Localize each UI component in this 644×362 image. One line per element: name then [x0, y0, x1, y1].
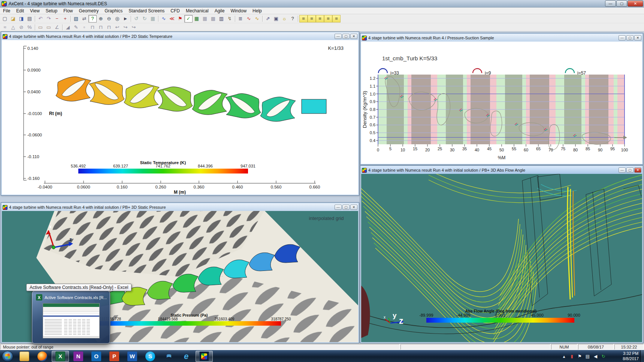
toolbar-icon-blade-yellow[interactable]: ∿: [253, 15, 261, 22]
start-button[interactable]: [2, 351, 13, 362]
toolbar-icon-mesh-green[interactable]: ▦: [193, 15, 201, 22]
menu-item-CFD[interactable]: CFD: [167, 8, 183, 14]
menu-item-File[interactable]: File: [0, 8, 13, 14]
menu-item-Geometry[interactable]: Geometry: [76, 8, 102, 14]
taskbar-icon-outlook[interactable]: O: [88, 351, 105, 362]
close-icon[interactable]: ✕: [350, 34, 357, 39]
minimize-button[interactable]: —: [335, 34, 342, 39]
restore-button[interactable]: ▢: [342, 205, 350, 210]
toolbar-icon-query-help[interactable]: ?: [88, 15, 97, 22]
toolbar-icon-pan[interactable]: ⇄: [80, 15, 88, 22]
toolbar-icon-page-curl-2[interactable]: ↪: [121, 24, 130, 31]
excel-window-thumbnail[interactable]: [43, 303, 100, 338]
toolbar-icon-check-results[interactable]: ✓: [184, 15, 193, 22]
toolbar-icon-save-file[interactable]: ◨: [17, 15, 25, 22]
toolbar-icon-separator[interactable]: [234, 15, 236, 22]
window-2d-static-temperature[interactable]: 4 stage turbine with Numeca result Run 4…: [1, 31, 359, 196]
toolbar-icon-open-file[interactable]: ◪: [9, 15, 17, 22]
close-icon[interactable]: ✕: [350, 205, 357, 210]
toolbar-icon-mesh-calc[interactable]: ▩: [209, 15, 217, 22]
toolbar-icon-angle-plot[interactable]: ∠: [53, 24, 61, 31]
toolbar-icon-probe[interactable]: ↯: [226, 15, 234, 22]
toolbar-icon-separator[interactable]: [61, 24, 64, 31]
toolbar-icon-blade-red[interactable]: ∿: [245, 15, 253, 22]
toolbar-icon-page-curl-1[interactable]: ↩: [113, 24, 121, 31]
toolbar-icon-flag-levels[interactable]: ⚑: [176, 15, 184, 22]
close-icon[interactable]: ✕: [634, 35, 641, 40]
minimize-button[interactable]: —: [619, 35, 626, 40]
child-titlebar[interactable]: 4 stage turbine with Numeca result Run 4…: [2, 203, 358, 211]
tray-[interactable]: ▴: [561, 354, 567, 359]
toolbar-icon-rotate-ccw[interactable]: ↺: [132, 15, 140, 22]
menu-item-Mechanical[interactable]: Mechanical: [183, 8, 212, 14]
toolbar-icon-prism-view[interactable]: △: [9, 24, 17, 31]
menu-item-View[interactable]: View: [27, 8, 43, 14]
toolbar-icon-tip-bulb[interactable]: ☼: [280, 15, 288, 22]
child-titlebar[interactable]: 4 stage turbine with Numeca result Run 4…: [361, 166, 642, 174]
taskbar-icon-powerpoint[interactable]: P: [106, 351, 123, 362]
menu-item-Window[interactable]: Window: [227, 8, 250, 14]
menu-item-Flow[interactable]: Flow: [60, 8, 76, 14]
toolbar-icon-zoom-out[interactable]: ⊖: [105, 15, 113, 22]
toolbar-icon-zoom-in[interactable]: ⊕: [97, 15, 105, 22]
child-titlebar[interactable]: 4 stage turbine with Numeca result Run 4…: [2, 33, 358, 40]
menu-item-Edit[interactable]: Edit: [13, 8, 27, 14]
taskbar-icon-excel[interactable]: X: [52, 351, 69, 362]
tray-[interactable]: ◀: [592, 354, 599, 359]
toolbar-icon-plot-edit[interactable]: ✎: [72, 24, 80, 31]
toolbar-icon-print[interactable]: ▤: [25, 15, 34, 22]
toolbar-icon-separator[interactable]: [157, 15, 160, 22]
tray-[interactable]: ⚑: [577, 354, 583, 359]
toolbar-icon-plot-skew[interactable]: ◢: [64, 24, 72, 31]
window-3d-abs-flow-angle[interactable]: 4 stage turbine with Numeca result Run 4…: [360, 165, 643, 343]
menu-item-Agile[interactable]: Agile: [212, 8, 228, 14]
toolbar-icon-parameter-list-4[interactable]: ≡: [324, 15, 332, 22]
excel-taskbar-preview[interactable]: X Active Software Contracts.xls [R...: [32, 291, 110, 344]
restore-button[interactable]: ▢: [626, 168, 634, 173]
taskbar-icon-network[interactable]: ))): [160, 351, 177, 362]
restore-button[interactable]: ▢: [626, 35, 634, 40]
toolbar-icon-separator[interactable]: [130, 15, 132, 22]
toolbar-icon-page-curl-3[interactable]: ↪: [130, 24, 138, 31]
tray-[interactable]: ↻: [600, 354, 607, 359]
toolbar-icon-data-table[interactable]: ▥: [217, 15, 226, 22]
maximize-button[interactable]: ▢: [616, 0, 627, 7]
taskbar-icon-explorer[interactable]: [16, 351, 33, 362]
menu-item-Graphics[interactable]: Graphics: [102, 8, 126, 14]
minimize-button[interactable]: —: [605, 0, 616, 7]
toolbar-icon-separator[interactable]: [261, 15, 264, 22]
toolbar-icon-tree-list[interactable]: ≣: [236, 15, 245, 22]
toolbar-icon-parameter-list-3[interactable]: ≡: [316, 15, 324, 22]
taskbar-icon-axcent[interactable]: [196, 351, 213, 362]
toolbar-icon-context-help[interactable]: ?: [288, 15, 297, 22]
toolbar-icon-lock-b[interactable]: ⊓: [97, 24, 105, 31]
taskbar-icon-ie[interactable]: e: [178, 351, 195, 362]
toolbar-icon-report-grid[interactable]: ▦: [149, 15, 157, 22]
toolbar-icon-parameter-list-2[interactable]: ≡: [308, 15, 316, 22]
toolbar-icon-zoom-decrement[interactable]: −: [53, 15, 61, 22]
taskbar-icon-word[interactable]: W: [124, 351, 141, 362]
toolbar-icon-lock-a[interactable]: ⊓: [88, 24, 97, 31]
minimize-button[interactable]: —: [619, 168, 626, 173]
toolbar-icon-rotate-cw[interactable]: ↻: [140, 15, 149, 22]
toolbar-icon-undo[interactable]: ↶: [36, 15, 45, 22]
close-button[interactable]: ✕: [628, 0, 643, 7]
toolbar-icon-separator[interactable]: [34, 15, 36, 22]
window-pressure-suction-sample[interactable]: 4 stage turbine with Numeca result Run 4…: [360, 33, 643, 165]
toolbar-icon-zoom-increment[interactable]: +: [61, 15, 69, 22]
toolbar-icon-separator[interactable]: [297, 15, 299, 22]
toolbar-icon-mesh-gray[interactable]: ▦: [201, 15, 209, 22]
toolbar-icon-pointer-select[interactable]: ►: [121, 15, 130, 22]
tray-[interactable]: ▮: [569, 354, 575, 359]
menu-item-Standard Screens[interactable]: Standard Screens: [126, 8, 167, 14]
toolbar-icon-blade-design[interactable]: ∿: [160, 15, 168, 22]
toolbar-icon-separator[interactable]: [34, 24, 36, 31]
taskbar-clock[interactable]: 3:32 PM 8/8/2017: [623, 351, 639, 362]
minimize-button[interactable]: —: [335, 205, 342, 210]
show-desktop-button[interactable]: [640, 350, 644, 362]
menu-item-Setup[interactable]: Setup: [43, 8, 60, 14]
toolbar-icon-parameter-list-1[interactable]: ≡: [299, 15, 308, 22]
toolbar-icon-parameter-list-5[interactable]: ≡: [332, 15, 341, 22]
toolbar-icon-chart-up[interactable]: ⇗: [264, 15, 272, 22]
toolbar-icon-notebook-copy[interactable]: ▭: [45, 24, 53, 31]
